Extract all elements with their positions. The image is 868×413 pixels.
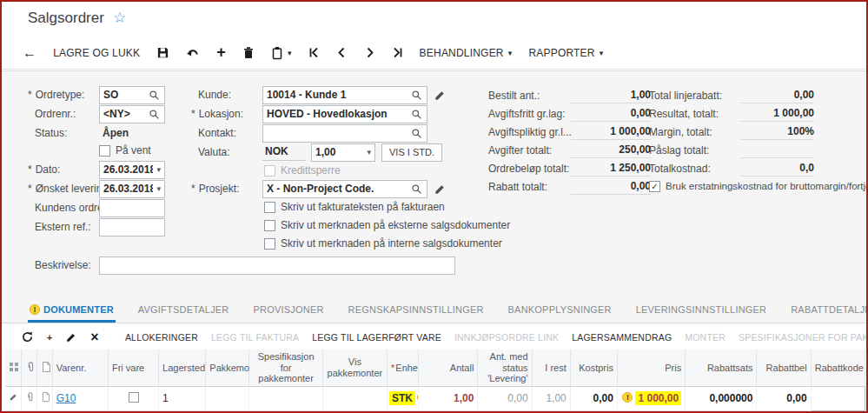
innkjopsordre-link-button[interactable]: INNKJØPSORDRE LINK xyxy=(454,332,559,343)
enhet-cell: STK xyxy=(388,386,419,410)
col-rabattsats[interactable]: Rabattsats xyxy=(686,350,757,386)
currency-code-field[interactable]: NOK xyxy=(262,143,306,161)
col-spesifikasjon-pakkemonter[interactable]: Spesifikasjon for pakkemonter xyxy=(249,350,322,386)
add-row-icon[interactable]: + xyxy=(47,332,52,343)
search-icon[interactable] xyxy=(411,108,423,120)
calendar-caret-icon[interactable]: ▾ xyxy=(156,165,161,174)
edit-prosjekt-icon[interactable] xyxy=(434,183,447,196)
clipboard-icon[interactable]: ▾ xyxy=(271,46,292,60)
dato-field[interactable]: 26.03.2018▾ xyxy=(99,161,165,179)
kundens-ordrenr-label: Kundens ordrenr.: xyxy=(28,202,99,214)
onsket-levering-field[interactable]: 26.03.2018▾ xyxy=(99,180,165,198)
currency-rate-field[interactable]: 1,00▾ xyxy=(311,143,375,162)
add-icon[interactable]: + xyxy=(216,43,226,62)
rapporter-menu[interactable]: RAPPORTER▾ xyxy=(528,47,603,59)
prev-record-icon[interactable] xyxy=(336,47,348,58)
save-and-close-button[interactable]: LAGRE OG LUKK xyxy=(53,47,140,59)
rabattkode-cell[interactable] xyxy=(811,386,865,410)
calendar-caret-icon[interactable]: ▾ xyxy=(156,184,161,193)
col-pakkemontering[interactable]: Pakkemo xyxy=(206,350,249,386)
save-icon[interactable] xyxy=(156,46,169,59)
tab-provisjoner[interactable]: PROVISJONER xyxy=(252,304,326,323)
behandlinger-menu[interactable]: BEHANDLINGER▾ xyxy=(420,47,513,59)
row-settings-icon[interactable] xyxy=(5,350,21,386)
favorite-star-icon[interactable]: ☆ xyxy=(113,9,126,27)
tab-avgiftsdetaljer[interactable]: AVGIFTSDETALJER xyxy=(136,304,231,323)
col-kostpris[interactable]: Kostpris xyxy=(570,350,617,386)
bruk-erstatningskostnad-checkbox[interactable]: ✓ xyxy=(649,181,660,192)
behandlinger-label: BEHANDLINGER xyxy=(420,47,504,59)
tab-regnskapsinnstillinger[interactable]: REGNSKAPSINNSTILLINGER xyxy=(347,304,486,323)
search-icon[interactable] xyxy=(149,89,161,101)
search-icon[interactable] xyxy=(411,127,423,139)
tab-dokumenter[interactable]: DOKUMENTER xyxy=(28,304,116,323)
row-paperclip-icon[interactable] xyxy=(21,386,36,410)
tab-rabattdetaljer[interactable]: RABATTDETALJER xyxy=(789,304,866,323)
first-record-icon[interactable] xyxy=(308,47,320,58)
ekstern-ref-field[interactable] xyxy=(99,218,165,236)
print-invoice-text-checkbox[interactable] xyxy=(264,202,275,213)
totalkostnad-label: Totalkostnad: xyxy=(649,163,740,175)
search-icon[interactable] xyxy=(149,108,161,120)
varenr-link[interactable]: G10 xyxy=(56,392,76,404)
col-rabattbelop[interactable]: Rabattbel xyxy=(757,350,811,386)
col-lagersted[interactable]: Lagersted xyxy=(159,350,206,386)
order-summary-form: Ordretype: SO Ordrenr.: <NY> Status: Åpe… xyxy=(2,70,866,297)
next-record-icon[interactable] xyxy=(364,47,375,58)
col-i-rest[interactable]: I rest xyxy=(532,350,570,386)
edit-row-icon[interactable] xyxy=(65,331,77,343)
col-enhet[interactable]: Enhe xyxy=(388,350,419,386)
col-ant-med-status-levering[interactable]: Ant. med status 'Levering' xyxy=(478,350,532,386)
kunde-field[interactable]: 10014 - Kunde 1 xyxy=(262,86,427,104)
last-record-icon[interactable] xyxy=(392,47,403,58)
delete-icon[interactable] xyxy=(242,46,255,59)
chevron-down-icon[interactable]: ▾ xyxy=(367,148,371,157)
undo-icon[interactable] xyxy=(186,47,200,59)
edit-kunde-icon[interactable] xyxy=(434,89,447,102)
col-pris[interactable]: Pris xyxy=(617,350,685,386)
bestilt-ant-value: 1,00 xyxy=(571,88,651,103)
allokeringer-button[interactable]: ALLOKERINGER xyxy=(125,332,198,343)
col-varenr[interactable]: Varenr. xyxy=(52,350,108,386)
legg-til-lagerfort-vare-button[interactable]: LEGG TIL LAGERFØRT VARE xyxy=(312,332,441,343)
ordretype-field[interactable]: SO xyxy=(99,86,165,104)
kredittsperre-checkbox[interactable] xyxy=(264,165,275,177)
monter-button[interactable]: MONTÉR xyxy=(685,332,726,343)
prosjekt-field[interactable]: X - Non-Project Code. xyxy=(262,180,427,198)
grid-toolbar: + × ALLOKERINGER LEGG TIL FAKTURA LEGG T… xyxy=(2,324,866,350)
refresh-icon[interactable] xyxy=(21,330,34,343)
col-fri-vare[interactable]: Fri vare xyxy=(108,350,158,386)
total-linjerabatt-value: 0,00 xyxy=(740,88,814,103)
print-note-external-checkbox[interactable] xyxy=(264,220,275,231)
tab-bankopplysninger[interactable]: BANKOPPLYSNINGER xyxy=(507,304,613,323)
delete-row-icon[interactable]: × xyxy=(90,330,99,345)
spesifikasjoner-pakkemontering-button[interactable]: SPESIFIKASJONER FOR PAKKEMONTERING xyxy=(739,332,866,343)
pa-vent-checkbox[interactable] xyxy=(99,145,110,157)
back-icon[interactable]: ← xyxy=(23,45,36,61)
ordrenr-field[interactable]: <NY> xyxy=(99,105,165,123)
bestilt-ant-label: Bestilt ant.: xyxy=(488,90,571,102)
row-note-icon[interactable] xyxy=(36,386,52,410)
tab-dokumenter-label: DOKUMENTER xyxy=(43,304,114,315)
status-label: Status: xyxy=(28,127,99,139)
total-linjerabatt-label: Total linjerabatt: xyxy=(649,90,740,102)
vis-i-std-button[interactable]: VIS I STD. xyxy=(381,143,442,162)
print-note-internal-checkbox[interactable] xyxy=(264,238,275,250)
col-rabattkode[interactable]: Rabattkode xyxy=(811,350,865,386)
col-vis-pakkemonter[interactable]: Vis pakkemonter xyxy=(322,350,387,386)
lagersammendrag-button[interactable]: LAGERSAMMENDRAG xyxy=(572,332,672,343)
col-antall[interactable]: Antall xyxy=(419,350,478,386)
kontakt-field[interactable] xyxy=(262,124,427,143)
pakkemontering-cell xyxy=(206,386,249,410)
fri-vare-checkbox[interactable] xyxy=(129,392,139,403)
search-icon[interactable] xyxy=(411,183,423,195)
search-icon[interactable] xyxy=(411,89,423,101)
lokasjon-field[interactable]: HOVED - Hovedlokasjon xyxy=(262,105,427,123)
tab-leveringsinnstillinger[interactable]: LEVERINGSINNSTILLINGER xyxy=(634,304,769,323)
legg-til-faktura-button[interactable]: LEGG TIL FAKTURA xyxy=(211,332,299,343)
avgiftspliktig-value: 1 000,00 xyxy=(571,124,651,140)
beskrivelse-field[interactable] xyxy=(99,256,455,275)
kostpris-cell: 0,00 xyxy=(570,386,617,410)
kundens-ordrenr-field[interactable] xyxy=(99,199,165,217)
rabatt-totalt-label: Rabatt totalt: xyxy=(488,181,571,193)
